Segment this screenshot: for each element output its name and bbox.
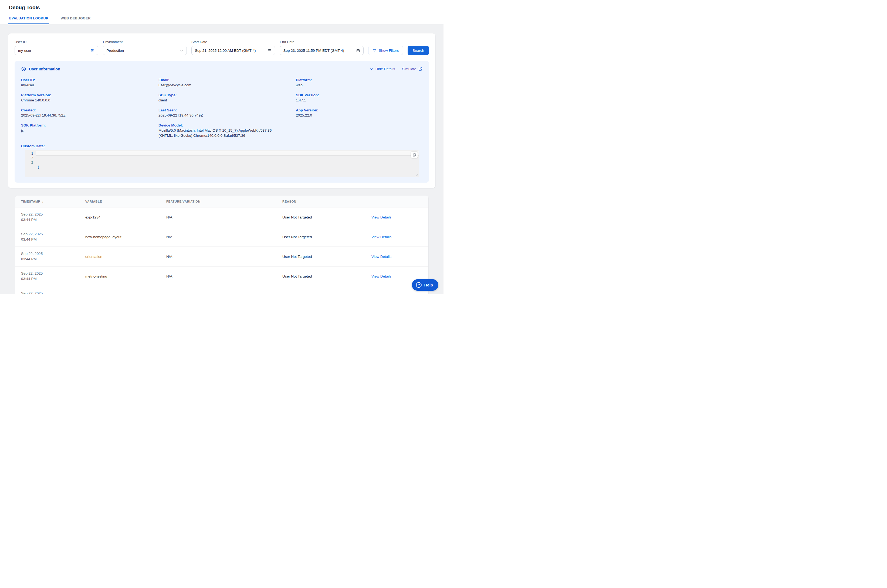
info-value: Mozilla/5.0 (Macintosh; Intel Mac OS X 1… <box>158 128 285 138</box>
info-value: 2025-09-22T19:44:36.749Z <box>158 113 285 118</box>
info-label: Platform Version: <box>21 93 148 97</box>
user-add-icon[interactable] <box>90 48 95 53</box>
view-details-link[interactable]: View Details <box>371 255 428 259</box>
info-label: SDK Platform: <box>21 123 148 127</box>
info-label: Email: <box>158 78 285 82</box>
table-row: Sep 22, 202503:44 PM new-homepage-layout… <box>15 227 428 247</box>
chevron-down-icon <box>370 67 373 71</box>
simulate-label: Simulate <box>402 67 416 71</box>
page-title: Debug Tools <box>9 4 444 10</box>
end-date-field: End Date Sep 23, 2025 11:59 PM EDT (GMT-… <box>280 40 363 55</box>
feature-cell: N/A <box>166 215 283 219</box>
evaluations-table: TIMESTAMP ↓ VARIABLE FEATURE/VARIATION R… <box>15 195 428 294</box>
view-details-link[interactable]: View Details <box>371 274 428 278</box>
tab-bar: EVALUATION LOOKUP WEB DEBUGGER <box>8 15 444 24</box>
code-content[interactable]: { "employee": true } <box>36 150 419 177</box>
info-value: web <box>296 83 422 88</box>
simulate-link[interactable]: Simulate <box>402 67 422 71</box>
calendar-icon[interactable] <box>268 48 272 52</box>
info-label: Last Seen: <box>158 108 285 112</box>
search-button[interactable]: Search <box>407 46 429 55</box>
code-gutter: 1 2 3 <box>25 150 36 177</box>
user-information-panel: User Information Hide Details Simulate <box>15 61 429 183</box>
custom-data-editor[interactable]: 1 2 3 { "employee": true } <box>25 150 419 177</box>
info-field-created: Created: 2025-09-22T19:44:36.752Z <box>21 108 148 118</box>
column-header-timestamp[interactable]: TIMESTAMP ↓ <box>21 200 85 203</box>
sort-descending-icon[interactable]: ↓ <box>42 200 44 203</box>
tab-evaluation-lookup[interactable]: EVALUATION LOOKUP <box>8 15 49 24</box>
info-label: Platform: <box>296 78 422 82</box>
line-number: 2 <box>25 156 33 160</box>
external-link-icon <box>418 67 422 71</box>
info-field-email: Email: user@devcycle.com <box>158 78 285 88</box>
environment-field: Environment Production <box>103 40 186 55</box>
user-id-label: User ID <box>15 40 98 44</box>
environment-label: Environment <box>103 40 186 44</box>
variable-cell: metric-testing <box>85 274 166 278</box>
user-info-grid: User ID: my-user Platform Version: Chrom… <box>21 78 422 143</box>
reason-cell: User Not Targeted <box>283 255 371 259</box>
info-field-last-seen: Last Seen: 2025-09-22T19:44:36.749Z <box>158 108 285 118</box>
environment-select[interactable]: Production <box>103 46 186 55</box>
resize-handle[interactable] <box>415 174 418 177</box>
user-id-input[interactable] <box>18 48 88 52</box>
info-label: App Version: <box>296 108 422 112</box>
calendar-icon[interactable] <box>356 48 360 52</box>
code-line-1: { <box>36 165 419 170</box>
copy-button[interactable] <box>411 152 418 158</box>
info-value: 1.47.1 <box>296 98 422 103</box>
feature-cell: N/A <box>166 255 283 259</box>
copy-icon <box>412 153 416 157</box>
user-info-title: User Information <box>29 67 60 71</box>
reason-cell: User Not Targeted <box>283 274 371 278</box>
column-header-reason: REASON <box>283 200 371 203</box>
show-filters-button[interactable]: Show Filters <box>368 46 403 55</box>
help-button[interactable]: ? Help <box>412 279 438 291</box>
info-value: js <box>21 128 148 133</box>
filter-funnel-icon <box>373 48 377 52</box>
hide-details-label: Hide Details <box>376 67 395 71</box>
info-field-sdk-platform: SDK Platform: js <box>21 123 148 133</box>
view-details-link[interactable]: View Details <box>371 235 428 239</box>
custom-data-label: Custom Data: <box>21 144 422 148</box>
variable-cell: orientation <box>85 255 166 259</box>
column-header-feature: FEATURE/VARIATION <box>166 200 283 203</box>
view-details-link[interactable]: View Details <box>371 215 428 219</box>
user-info-title-wrap: User Information <box>21 66 60 72</box>
timestamp-cell: Sep 22, 202503:44 PM <box>21 271 85 282</box>
chevron-down-icon <box>180 49 183 52</box>
start-date-field: Start Date Sep 21, 2025 12:00 AM EDT (GM… <box>191 40 275 55</box>
variable-cell: exp-1234 <box>85 215 166 219</box>
search-button-label: Search <box>412 48 424 52</box>
filter-row: User ID Environment Production <box>15 40 429 55</box>
tab-web-debugger[interactable]: WEB DEBUGGER <box>60 15 92 24</box>
table-row: Sep 22, 202503:44 PM metric-testing N/A … <box>15 267 428 286</box>
environment-value: Production <box>106 48 177 52</box>
table-row: Sep 22, 202503:44 PM orientation N/A Use… <box>15 247 428 267</box>
feature-cell: N/A <box>166 235 283 239</box>
active-line-highlight <box>36 151 419 156</box>
start-date-value: Sep 21, 2025 12:00 AM EDT (GMT-4) <box>195 48 265 52</box>
user-info-column-1: User ID: my-user Platform Version: Chrom… <box>21 78 148 143</box>
question-circle-icon: ? <box>416 282 422 288</box>
info-value: 2025-09-22T19:44:36.752Z <box>21 113 148 118</box>
user-info-header: User Information Hide Details Simulate <box>21 66 422 72</box>
table-row: Sep 22, 202503:44 PM exp-1234 N/A User N… <box>15 207 428 227</box>
feature-cell: N/A <box>166 274 283 278</box>
column-header-variable: VARIABLE <box>85 200 166 203</box>
hide-details-link[interactable]: Hide Details <box>370 67 395 71</box>
end-date-input[interactable]: Sep 23, 2025 11:59 PM EDT (GMT-4) <box>280 46 363 55</box>
info-value: client <box>158 98 285 103</box>
info-field-platform: Platform: web <box>296 78 422 88</box>
info-label: User ID: <box>21 78 148 82</box>
reason-cell: User Not Targeted <box>283 235 371 239</box>
user-info-actions: Hide Details Simulate <box>370 67 422 71</box>
user-info-column-3: Platform: web SDK Version: 1.47.1 App Ve… <box>296 78 422 143</box>
info-field-device-model: Device Model: Mozilla/5.0 (Macintosh; In… <box>158 123 285 138</box>
line-number: 3 <box>25 160 33 165</box>
timestamp-cell: Sep 22, 202503:44 PM <box>21 231 85 242</box>
user-id-field: User ID <box>15 40 98 55</box>
info-field-sdk-type: SDK Type: client <box>158 93 285 103</box>
start-date-input[interactable]: Sep 21, 2025 12:00 AM EDT (GMT-4) <box>191 46 275 55</box>
timestamp-cell: Sep 22, 202503:44 PM <box>21 291 85 294</box>
